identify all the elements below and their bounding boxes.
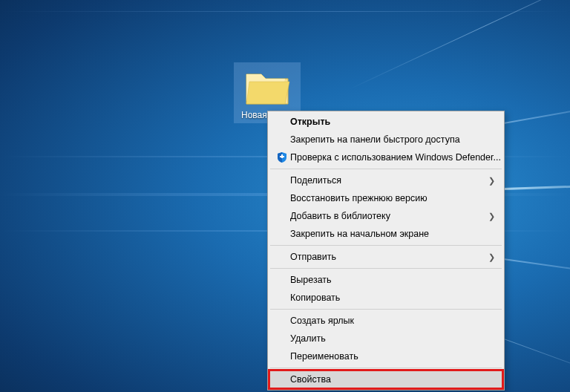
menu-add-to-library-label: Добавить в библиотеку — [290, 211, 485, 221]
menu-open[interactable]: Открыть — [269, 113, 502, 131]
menu-add-to-library[interactable]: Добавить в библиотеку ❯ — [269, 207, 502, 225]
chevron-right-icon: ❯ — [485, 212, 495, 221]
menu-send-to[interactable]: Отправить ❯ — [269, 248, 502, 266]
menu-separator — [270, 368, 502, 368]
menu-restore-previous-label: Восстановить прежнюю версию — [290, 193, 495, 203]
menu-separator — [270, 169, 502, 169]
folder-icon — [243, 67, 291, 107]
menu-properties[interactable]: Свойства — [269, 370, 502, 388]
menu-pin-quick-access[interactable]: Закрепить на панели быстрого доступа — [269, 131, 502, 148]
menu-properties-label: Свойства — [290, 374, 495, 385]
menu-open-label: Открыть — [290, 117, 495, 127]
menu-restore-previous[interactable]: Восстановить прежнюю версию — [269, 189, 502, 207]
menu-create-shortcut-label: Создать ярлык — [290, 316, 495, 326]
menu-defender-scan-label: Проверка с использованием Windows Defend… — [290, 152, 501, 163]
menu-rename-label: Переименовать — [290, 351, 495, 362]
menu-send-to-label: Отправить — [290, 252, 485, 262]
chevron-right-icon: ❯ — [485, 176, 495, 186]
menu-cut-label: Вырезать — [290, 275, 495, 285]
menu-copy[interactable]: Копировать — [269, 289, 502, 307]
menu-defender-scan[interactable]: Проверка с использованием Windows Defend… — [269, 148, 502, 166]
menu-create-shortcut[interactable]: Создать ярлык — [269, 312, 502, 330]
menu-pin-quick-access-label: Закрепить на панели быстрого доступа — [290, 134, 495, 145]
menu-pin-start[interactable]: Закрепить на начальном экране — [269, 225, 502, 243]
menu-pin-start-label: Закрепить на начальном экране — [290, 229, 495, 239]
menu-cut[interactable]: Вырезать — [269, 271, 502, 289]
menu-separator — [270, 309, 502, 310]
menu-copy-label: Копировать — [290, 293, 495, 303]
menu-delete-label: Удалить — [290, 333, 495, 344]
menu-separator — [270, 268, 502, 269]
menu-delete[interactable]: Удалить — [269, 330, 502, 347]
menu-separator — [270, 245, 502, 246]
chevron-right-icon: ❯ — [485, 252, 495, 262]
shield-icon — [274, 151, 290, 163]
svg-rect-1 — [280, 156, 284, 157]
menu-rename[interactable]: Переименовать — [269, 347, 502, 365]
menu-share[interactable]: Поделиться ❯ — [269, 172, 502, 189]
menu-share-label: Поделиться — [290, 175, 485, 186]
context-menu: Открыть Закрепить на панели быстрого дос… — [267, 111, 505, 391]
